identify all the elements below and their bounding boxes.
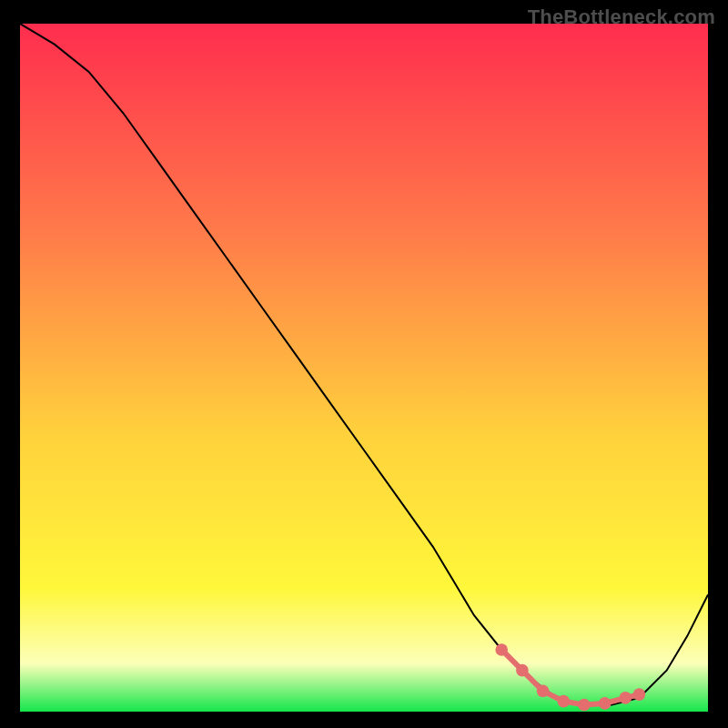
highlight-dot: [516, 664, 529, 677]
highlight-dot: [578, 699, 591, 712]
highlight-dot: [599, 697, 612, 710]
highlight-dot: [495, 643, 508, 656]
highlight-dot: [619, 692, 632, 704]
watermark-text: TheBottleneck.com: [528, 5, 715, 29]
gradient-background: [20, 24, 708, 712]
chart-svg: [20, 24, 708, 712]
chart-frame: TheBottleneck.com: [0, 0, 728, 728]
highlight-dot: [537, 685, 550, 698]
highlight-dot: [557, 695, 570, 708]
highlight-dot: [633, 688, 646, 701]
plot-area: [20, 24, 708, 712]
